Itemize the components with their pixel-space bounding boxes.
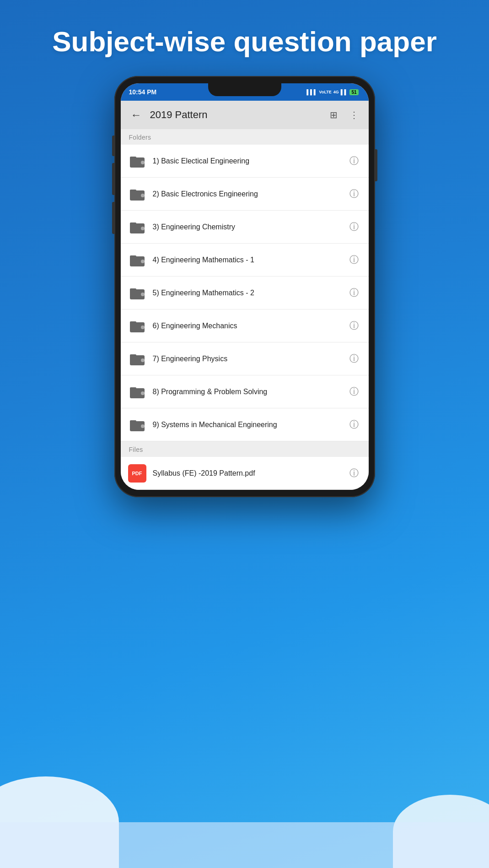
app-bar-title: 2019 Pattern — [150, 109, 322, 121]
volume-down-button — [112, 163, 114, 195]
back-button[interactable]: ← — [127, 105, 145, 125]
svg-point-8 — [141, 227, 145, 230]
list-item[interactable]: 6) Engineering Mechanics ⓘ — [121, 309, 369, 342]
svg-point-23 — [141, 391, 145, 395]
list-item[interactable]: 9) Systems in Mechanical Engineering ⓘ — [121, 408, 369, 441]
svg-rect-13 — [130, 288, 136, 291]
silent-button — [112, 202, 114, 234]
folder-icon — [128, 251, 146, 269]
volume-up-button — [112, 136, 114, 156]
svg-rect-22 — [130, 387, 136, 390]
power-button — [375, 149, 377, 181]
svg-point-26 — [141, 424, 145, 428]
grid-view-icon[interactable]: ⊞ — [326, 106, 341, 124]
folder-icon — [128, 317, 146, 335]
page-title: Subject-wise question paper — [25, 0, 464, 76]
list-item[interactable]: 3) Engineering Chemistry ⓘ — [121, 211, 369, 244]
list-item[interactable]: 5) Engineering Mathematics - 2 ⓘ — [121, 277, 369, 309]
phone-frame: 10:54 PM ▌▌▌ VoLTE 4G ▌▌ 51 ← 2019 Patte… — [114, 76, 375, 497]
item-label: 9) Systems in Mechanical Engineering — [153, 421, 347, 429]
item-label: 3) Engineering Chemistry — [153, 223, 347, 231]
svg-rect-10 — [130, 255, 136, 258]
item-label: Syllabus (FE) -2019 Pattern.pdf — [153, 469, 347, 477]
info-button[interactable]: ⓘ — [347, 418, 361, 432]
svg-rect-4 — [130, 190, 136, 192]
folder-icon — [128, 383, 146, 401]
info-button[interactable]: ⓘ — [347, 466, 361, 481]
folder-icon — [128, 350, 146, 368]
info-button[interactable]: ⓘ — [347, 154, 361, 168]
folders-section-header: Folders — [121, 129, 369, 145]
svg-point-11 — [141, 260, 145, 263]
info-button[interactable]: ⓘ — [347, 286, 361, 300]
list-item[interactable]: 7) Engineering Physics ⓘ — [121, 342, 369, 375]
info-button[interactable]: ⓘ — [347, 385, 361, 399]
svg-point-2 — [141, 161, 145, 164]
svg-rect-25 — [130, 420, 136, 423]
svg-point-17 — [141, 326, 145, 329]
item-label: 8) Programming & Problem Solving — [153, 388, 347, 396]
info-button[interactable]: ⓘ — [347, 319, 361, 333]
status-icons: ▌▌▌ VoLTE 4G ▌▌ 51 — [306, 89, 358, 95]
app-bar: ← 2019 Pattern ⊞ ⋮ — [121, 101, 369, 129]
item-label: 4) Engineering Mathematics - 1 — [153, 256, 347, 264]
list-item[interactable]: 2) Basic Electronics Engineering ⓘ — [121, 178, 369, 211]
pdf-list-item[interactable]: PDF Syllabus (FE) -2019 Pattern.pdf ⓘ — [121, 457, 369, 490]
item-label: 5) Engineering Mathematics - 2 — [153, 289, 347, 297]
network-icon: 4G — [333, 90, 339, 94]
signal-icon: ▌▌▌ — [306, 89, 317, 95]
item-label: 2) Basic Electronics Engineering — [153, 190, 347, 198]
svg-point-20 — [141, 358, 145, 362]
folder-icon — [128, 416, 146, 434]
more-options-icon[interactable]: ⋮ — [346, 106, 362, 124]
item-label: 7) Engineering Physics — [153, 355, 347, 363]
folder-icon — [128, 152, 146, 170]
svg-point-14 — [141, 293, 145, 296]
svg-rect-7 — [130, 222, 136, 225]
phone-notch — [208, 83, 281, 96]
folder-icon — [128, 284, 146, 302]
list-item[interactable]: 1) Basic Electical Engineering ⓘ — [121, 145, 369, 178]
info-button[interactable]: ⓘ — [347, 220, 361, 234]
pdf-icon: PDF — [128, 464, 146, 483]
item-label: 6) Engineering Mechanics — [153, 322, 347, 330]
list-item[interactable]: 8) Programming & Problem Solving ⓘ — [121, 375, 369, 408]
svg-rect-16 — [130, 321, 136, 324]
svg-point-5 — [141, 194, 145, 197]
files-section-header: Files — [121, 441, 369, 457]
pdf-label: PDF — [132, 471, 142, 476]
info-button[interactable]: ⓘ — [347, 352, 361, 366]
wifi-icon: ▌▌ — [341, 89, 348, 95]
status-time: 10:54 PM — [129, 88, 157, 96]
battery-icon: 51 — [349, 89, 358, 95]
folder-icon — [128, 185, 146, 203]
list-item[interactable]: 4) Engineering Mathematics - 1 ⓘ — [121, 244, 369, 277]
info-button[interactable]: ⓘ — [347, 187, 361, 201]
svg-rect-1 — [130, 157, 136, 159]
item-label: 1) Basic Electical Engineering — [153, 157, 347, 165]
folder-icon — [128, 218, 146, 236]
info-button[interactable]: ⓘ — [347, 253, 361, 267]
volte-icon: VoLTE — [319, 90, 332, 94]
svg-rect-19 — [130, 354, 136, 357]
phone-screen: 10:54 PM ▌▌▌ VoLTE 4G ▌▌ 51 ← 2019 Patte… — [121, 83, 369, 490]
